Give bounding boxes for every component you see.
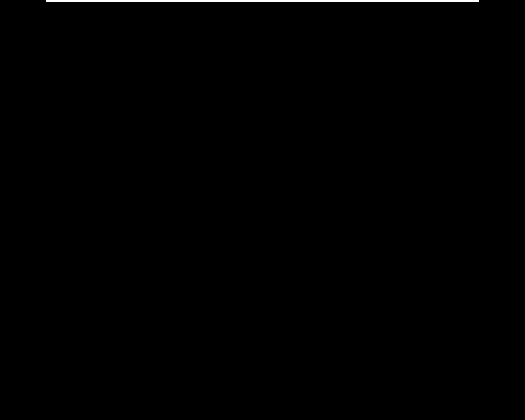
chart-canvas bbox=[0, 0, 525, 420]
light-curve-figure bbox=[0, 0, 525, 420]
